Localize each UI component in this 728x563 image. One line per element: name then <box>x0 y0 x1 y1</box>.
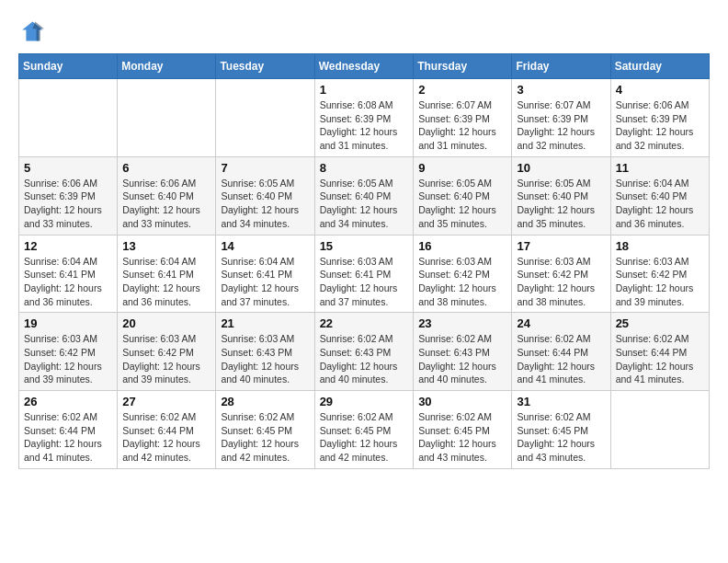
day-number: 20 <box>122 316 210 330</box>
day-number: 12 <box>24 239 112 253</box>
day-info: Sunrise: 6:02 AMSunset: 6:43 PMDaylight:… <box>320 332 409 386</box>
day-info: Sunrise: 6:03 AMSunset: 6:42 PMDaylight:… <box>24 332 112 386</box>
calendar-cell: 22Sunrise: 6:02 AMSunset: 6:43 PMDayligh… <box>314 313 414 391</box>
calendar-cell: 23Sunrise: 6:02 AMSunset: 6:43 PMDayligh… <box>414 313 512 391</box>
day-number: 10 <box>517 161 605 175</box>
calendar-cell <box>118 79 216 157</box>
day-number: 3 <box>517 83 605 97</box>
day-info: Sunrise: 6:02 AMSunset: 6:45 PMDaylight:… <box>221 410 309 465</box>
day-info: Sunrise: 6:03 AMSunset: 6:42 PMDaylight:… <box>517 255 605 309</box>
header-thursday: Thursday <box>414 54 512 79</box>
calendar-cell: 9Sunrise: 6:05 AMSunset: 6:40 PMDaylight… <box>414 156 512 235</box>
calendar-cell: 5Sunrise: 6:06 AMSunset: 6:39 PMDaylight… <box>19 156 118 235</box>
day-info: Sunrise: 6:02 AMSunset: 6:43 PMDaylight:… <box>418 332 506 386</box>
day-number: 23 <box>418 316 506 330</box>
calendar-cell: 30Sunrise: 6:02 AMSunset: 6:45 PMDayligh… <box>414 391 512 469</box>
day-number: 8 <box>320 161 409 175</box>
calendar-cell: 14Sunrise: 6:04 AMSunset: 6:41 PMDayligh… <box>216 235 314 313</box>
day-info: Sunrise: 6:02 AMSunset: 6:44 PMDaylight:… <box>24 410 112 465</box>
calendar-cell: 3Sunrise: 6:07 AMSunset: 6:39 PMDaylight… <box>512 79 610 157</box>
calendar-cell: 16Sunrise: 6:03 AMSunset: 6:42 PMDayligh… <box>414 235 512 313</box>
day-info: Sunrise: 6:02 AMSunset: 6:45 PMDaylight:… <box>517 410 605 465</box>
day-info: Sunrise: 6:03 AMSunset: 6:42 PMDaylight:… <box>122 332 210 386</box>
calendar-week-3: 12Sunrise: 6:04 AMSunset: 6:41 PMDayligh… <box>19 235 710 313</box>
day-number: 9 <box>418 161 506 175</box>
calendar-cell: 24Sunrise: 6:02 AMSunset: 6:44 PMDayligh… <box>512 313 610 391</box>
page-header <box>18 18 710 44</box>
calendar-cell: 11Sunrise: 6:04 AMSunset: 6:40 PMDayligh… <box>610 156 709 235</box>
calendar-cell: 10Sunrise: 6:05 AMSunset: 6:40 PMDayligh… <box>512 156 610 235</box>
header-friday: Friday <box>512 54 610 79</box>
day-info: Sunrise: 6:04 AMSunset: 6:41 PMDaylight:… <box>122 255 210 309</box>
day-number: 27 <box>122 395 210 408</box>
day-info: Sunrise: 6:07 AMSunset: 6:39 PMDaylight:… <box>517 98 605 153</box>
day-info: Sunrise: 6:06 AMSunset: 6:39 PMDaylight:… <box>616 98 704 153</box>
day-number: 16 <box>418 239 506 253</box>
day-info: Sunrise: 6:04 AMSunset: 6:41 PMDaylight:… <box>221 255 309 309</box>
day-number: 11 <box>616 161 704 175</box>
day-info: Sunrise: 6:03 AMSunset: 6:42 PMDaylight:… <box>418 255 506 309</box>
day-info: Sunrise: 6:06 AMSunset: 6:40 PMDaylight:… <box>122 177 210 231</box>
day-info: Sunrise: 6:08 AMSunset: 6:39 PMDaylight:… <box>320 98 409 153</box>
day-info: Sunrise: 6:02 AMSunset: 6:45 PMDaylight:… <box>320 410 409 465</box>
day-info: Sunrise: 6:07 AMSunset: 6:39 PMDaylight:… <box>418 98 506 153</box>
calendar-cell: 8Sunrise: 6:05 AMSunset: 6:40 PMDaylight… <box>314 156 414 235</box>
day-info: Sunrise: 6:03 AMSunset: 6:42 PMDaylight:… <box>616 255 704 309</box>
day-number: 26 <box>24 395 112 408</box>
logo-icon <box>18 18 44 44</box>
calendar-cell: 26Sunrise: 6:02 AMSunset: 6:44 PMDayligh… <box>19 391 118 469</box>
calendar-cell: 21Sunrise: 6:03 AMSunset: 6:43 PMDayligh… <box>216 313 314 391</box>
calendar-table: SundayMondayTuesdayWednesdayThursdayFrid… <box>18 53 710 469</box>
day-number: 14 <box>221 239 309 253</box>
calendar-week-5: 26Sunrise: 6:02 AMSunset: 6:44 PMDayligh… <box>19 391 710 469</box>
day-number: 6 <box>122 161 210 175</box>
calendar-cell: 28Sunrise: 6:02 AMSunset: 6:45 PMDayligh… <box>216 391 314 469</box>
day-info: Sunrise: 6:05 AMSunset: 6:40 PMDaylight:… <box>320 177 409 231</box>
calendar-cell: 7Sunrise: 6:05 AMSunset: 6:40 PMDaylight… <box>216 156 314 235</box>
day-info: Sunrise: 6:04 AMSunset: 6:41 PMDaylight:… <box>24 255 112 309</box>
day-number: 28 <box>221 395 309 408</box>
day-number: 21 <box>221 316 309 330</box>
day-number: 24 <box>517 316 605 330</box>
calendar-cell: 4Sunrise: 6:06 AMSunset: 6:39 PMDaylight… <box>610 79 709 157</box>
day-number: 22 <box>320 316 409 330</box>
calendar-cell: 19Sunrise: 6:03 AMSunset: 6:42 PMDayligh… <box>19 313 118 391</box>
calendar-week-2: 5Sunrise: 6:06 AMSunset: 6:39 PMDaylight… <box>19 156 710 235</box>
day-number: 4 <box>616 83 704 97</box>
calendar-cell: 2Sunrise: 6:07 AMSunset: 6:39 PMDaylight… <box>414 79 512 157</box>
day-info: Sunrise: 6:02 AMSunset: 6:44 PMDaylight:… <box>616 332 704 386</box>
day-info: Sunrise: 6:06 AMSunset: 6:39 PMDaylight:… <box>24 177 112 231</box>
day-number: 17 <box>517 239 605 253</box>
day-info: Sunrise: 6:02 AMSunset: 6:44 PMDaylight:… <box>122 410 210 465</box>
day-info: Sunrise: 6:02 AMSunset: 6:44 PMDaylight:… <box>517 332 605 386</box>
day-info: Sunrise: 6:03 AMSunset: 6:43 PMDaylight:… <box>221 332 309 386</box>
calendar-cell: 27Sunrise: 6:02 AMSunset: 6:44 PMDayligh… <box>118 391 216 469</box>
day-info: Sunrise: 6:05 AMSunset: 6:40 PMDaylight:… <box>418 177 506 231</box>
calendar-cell: 12Sunrise: 6:04 AMSunset: 6:41 PMDayligh… <box>19 235 118 313</box>
calendar-cell: 6Sunrise: 6:06 AMSunset: 6:40 PMDaylight… <box>118 156 216 235</box>
day-info: Sunrise: 6:02 AMSunset: 6:45 PMDaylight:… <box>418 410 506 465</box>
calendar-cell <box>216 79 314 157</box>
day-number: 15 <box>320 239 409 253</box>
calendar-cell: 15Sunrise: 6:03 AMSunset: 6:41 PMDayligh… <box>314 235 414 313</box>
calendar-cell <box>19 79 118 157</box>
day-info: Sunrise: 6:05 AMSunset: 6:40 PMDaylight:… <box>517 177 605 231</box>
calendar-cell: 1Sunrise: 6:08 AMSunset: 6:39 PMDaylight… <box>314 79 414 157</box>
day-number: 25 <box>616 316 704 330</box>
day-info: Sunrise: 6:03 AMSunset: 6:41 PMDaylight:… <box>320 255 409 309</box>
calendar-cell: 25Sunrise: 6:02 AMSunset: 6:44 PMDayligh… <box>610 313 709 391</box>
calendar-cell: 20Sunrise: 6:03 AMSunset: 6:42 PMDayligh… <box>118 313 216 391</box>
day-info: Sunrise: 6:05 AMSunset: 6:40 PMDaylight:… <box>221 177 309 231</box>
day-number: 19 <box>24 316 112 330</box>
header-monday: Monday <box>118 54 216 79</box>
header-sunday: Sunday <box>19 54 118 79</box>
day-number: 18 <box>616 239 704 253</box>
day-number: 13 <box>122 239 210 253</box>
day-number: 29 <box>320 395 409 408</box>
header-saturday: Saturday <box>610 54 709 79</box>
day-number: 2 <box>418 83 506 97</box>
calendar-header-row: SundayMondayTuesdayWednesdayThursdayFrid… <box>19 54 710 79</box>
calendar-cell: 13Sunrise: 6:04 AMSunset: 6:41 PMDayligh… <box>118 235 216 313</box>
day-number: 5 <box>24 161 112 175</box>
day-number: 30 <box>418 395 506 408</box>
